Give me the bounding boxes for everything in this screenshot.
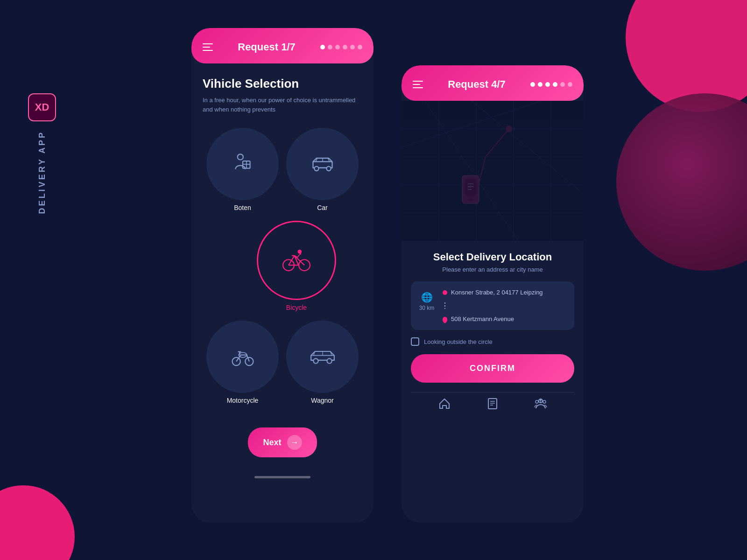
- bicycle-icon: [281, 248, 312, 273]
- dot-1: [320, 45, 325, 49]
- confirm-button[interactable]: CONFIRM: [411, 354, 574, 383]
- panel-title: Select Delivery Location: [411, 251, 574, 263]
- phone-vehicle-selection: Request 1/7 Vihicle Selection In a free …: [191, 28, 374, 523]
- phone2-header: Request 4/7: [402, 65, 584, 101]
- distance-column: 🌐 30 km: [417, 289, 436, 322]
- map-grid-svg: [402, 101, 584, 241]
- bottom-navigation: [411, 392, 574, 418]
- svg-line-24: [486, 129, 509, 157]
- motorcycle-label: Motorcycle: [227, 397, 259, 404]
- origin-row: Konsner Strabe, 2 04177 Leipzing: [443, 289, 568, 296]
- next-button-container: Next →: [191, 423, 374, 467]
- menu-icon[interactable]: [203, 43, 213, 51]
- svg-point-10: [313, 358, 318, 363]
- app-label: DELIVERY APP: [37, 131, 47, 214]
- section-subtitle: In a free hour, when our power of choice…: [203, 96, 362, 114]
- motorcycle-circle[interactable]: [206, 321, 279, 393]
- checkbox-row[interactable]: Looking outside the circle: [411, 337, 574, 346]
- vehicle-row-3: Motorcycle: [203, 321, 362, 404]
- motorcycle-icon: [231, 347, 255, 367]
- svg-point-2: [314, 166, 318, 170]
- svg-point-28: [469, 198, 472, 202]
- vehicle-item-boten[interactable]: Boten: [206, 128, 279, 211]
- vehicle-row-2: Bicycle: [231, 221, 362, 311]
- vehicle-item-car[interactable]: Car: [286, 128, 359, 211]
- xd-badge: XD DELIVERY APP: [28, 93, 56, 214]
- car-icon: [310, 155, 336, 174]
- svg-rect-32: [488, 399, 497, 409]
- vehicle-item-wagnor[interactable]: Wagnor: [286, 321, 359, 404]
- svg-point-8: [245, 357, 253, 365]
- vehicle-item-motorcycle[interactable]: Motorcycle: [206, 321, 279, 404]
- phone2-menu-icon[interactable]: [413, 81, 423, 88]
- svg-point-38: [543, 400, 546, 403]
- phone1-header: Request 1/7: [191, 28, 374, 63]
- destination-address: 508 Kertzmann Avenue: [451, 315, 514, 322]
- map-view[interactable]: [402, 101, 584, 241]
- boten-circle[interactable]: [206, 128, 279, 200]
- dot-6: [358, 45, 362, 49]
- phone1-body: Vihicle Selection In a free hour, when o…: [191, 63, 374, 423]
- globe-icon: 🌐: [421, 292, 433, 303]
- destination-row: 508 Kertzmann Avenue: [443, 315, 568, 322]
- address-box: 🌐 30 km Konsner Strabe, 2 04177 Leipzing: [411, 281, 574, 330]
- svg-point-6: [298, 250, 302, 254]
- dot2-1: [530, 82, 535, 87]
- delivery-panel: Select Delivery Location Please enter an…: [402, 241, 584, 426]
- address-divider: [444, 302, 445, 309]
- svg-point-11: [327, 358, 331, 363]
- dot2-2: [538, 82, 543, 87]
- dot2-3: [545, 82, 550, 87]
- section-title: Vihicle Selection: [203, 77, 362, 91]
- next-button[interactable]: Next →: [248, 427, 317, 457]
- dot2-5: [560, 82, 565, 87]
- home-nav-icon[interactable]: [438, 397, 451, 413]
- dot-2: [328, 45, 332, 49]
- boten-icon: [231, 152, 255, 176]
- bicycle-label: Bicycle: [286, 304, 307, 311]
- phone1-progress-dots: [320, 45, 362, 49]
- address-column: Konsner Strabe, 2 04177 Leipzing 508 Ker…: [443, 289, 568, 322]
- distance-value: 30 km: [419, 305, 435, 311]
- vehicle-item-bicycle[interactable]: Bicycle: [257, 221, 336, 311]
- bicycle-circle[interactable]: [257, 221, 336, 300]
- wagnor-label: Wagnor: [311, 397, 334, 404]
- phones-container: Request 1/7 Vihicle Selection In a free …: [84, 19, 691, 541]
- svg-point-3: [326, 166, 331, 170]
- svg-line-22: [402, 101, 542, 147]
- svg-line-21: [472, 101, 584, 194]
- origin-dot: [443, 290, 447, 295]
- phone2-progress-dots: [530, 82, 572, 87]
- origin-address: Konsner Strabe, 2 04177 Leipzing: [451, 289, 543, 296]
- phone1-title: Request 1/7: [238, 41, 296, 53]
- destination-dot: [443, 317, 447, 322]
- dot-3: [335, 45, 340, 49]
- document-nav-icon[interactable]: [486, 397, 499, 413]
- wagnor-circle[interactable]: [286, 321, 359, 393]
- svg-point-39: [540, 399, 542, 401]
- wagnor-icon: [309, 348, 337, 366]
- dot-5: [350, 45, 355, 49]
- blob-bottom-left: [0, 485, 75, 560]
- dot-4: [343, 45, 347, 49]
- dot2-6: [568, 82, 572, 87]
- panel-subtitle: Please enter an address ar city name: [411, 266, 574, 273]
- users-nav-icon[interactable]: [534, 397, 547, 413]
- svg-point-0: [237, 154, 243, 160]
- phone2-title: Request 4/7: [448, 78, 506, 91]
- phone-delivery-location: Request 4/7: [402, 65, 584, 523]
- svg-point-37: [536, 400, 538, 403]
- car-circle[interactable]: [286, 128, 359, 200]
- outside-circle-checkbox[interactable]: [411, 337, 419, 346]
- car-label: Car: [317, 204, 328, 211]
- xd-icon: XD: [28, 93, 56, 121]
- checkbox-label: Looking outside the circle: [424, 338, 493, 345]
- dot2-4: [553, 82, 557, 87]
- boten-label: Boten: [234, 204, 251, 211]
- next-arrow-icon: →: [287, 435, 302, 450]
- svg-rect-27: [465, 179, 476, 196]
- vehicle-row-1: Boten Car: [203, 128, 362, 211]
